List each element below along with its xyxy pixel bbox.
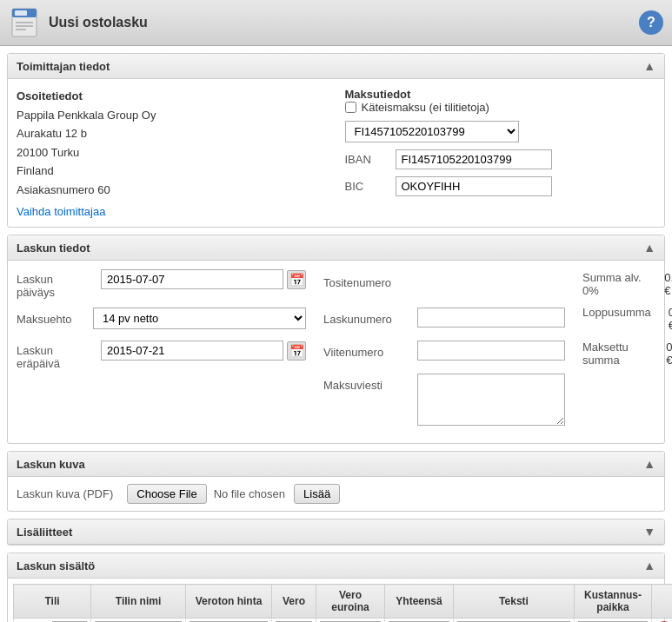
col-tilinnimi-header: Tilin nimi <box>91 585 186 619</box>
attachments-collapse-icon[interactable]: ▼ <box>643 525 655 539</box>
change-supplier-link[interactable]: Vaihda toimittajaa <box>17 205 105 218</box>
ref-num-label: Viitenumero <box>323 341 410 365</box>
address-line3: Finland <box>17 162 328 180</box>
invoice-num-label: Laskunumero <box>323 308 410 332</box>
supplier-section: Toimittajan tiedot ▲ Osoitetiedot Pappil… <box>7 53 665 228</box>
invoice-image-title: Laskun kuva <box>17 458 85 471</box>
sum-value: 0,00 € <box>664 271 672 297</box>
cash-payment-checkbox[interactable] <box>345 102 356 113</box>
invoice-details-collapse-icon[interactable]: ▲ <box>643 241 655 255</box>
invoice-image-header: Laskun kuva ▲ <box>8 452 664 477</box>
content-section: Laskun sisältö ▲ Tili Tilin nimi Veroton… <box>7 553 665 622</box>
ref-num-input[interactable] <box>417 341 565 361</box>
col-vero-header: Vero <box>272 585 316 619</box>
attachments-header: Lisäliitteet ▼ <box>8 519 664 545</box>
final-value: 0,00 € <box>669 306 672 332</box>
image-collapse-icon[interactable]: ▲ <box>643 457 655 471</box>
add-file-button[interactable]: Lisää <box>294 484 340 504</box>
cash-label: Käteismaksu (ei tilitietoja) <box>362 101 489 114</box>
company-name: Pappila Penkkala Group Oy <box>17 107 328 124</box>
bic-label: BIC <box>345 180 389 193</box>
due-calendar-icon[interactable]: 📅 <box>287 341 306 361</box>
paid-label: Maksettu summa <box>582 341 649 367</box>
file-upload-row: Laskun kuva (PDF) Choose File No file ch… <box>8 477 664 511</box>
col-del-header <box>652 585 673 619</box>
page-header: Uusi ostolasku ? <box>0 0 672 46</box>
memo-label: Maksuviesti <box>323 374 410 398</box>
svg-rect-5 <box>15 10 27 16</box>
paid-value: 0,00 € <box>666 341 672 367</box>
table-row: 🔍 ✏ <box>14 619 673 623</box>
col-tili-header: Tili <box>14 585 91 619</box>
no-file-text: No file chosen <box>214 487 285 500</box>
invoice-details-title: Laskun tiedot <box>17 242 90 255</box>
col-yht-header: Yhteensä <box>385 585 454 619</box>
payment-label: Maksutiedot <box>345 88 411 101</box>
memo-textarea[interactable] <box>417 374 565 426</box>
invoice-details-header: Laskun tiedot ▲ <box>8 235 664 261</box>
content-title: Laskun sisältö <box>17 559 95 572</box>
customer-number: Asiakasnumero 60 <box>17 182 328 199</box>
content-collapse-icon[interactable]: ▲ <box>643 559 655 572</box>
file-label: Laskun kuva (PDF) <box>17 487 113 500</box>
terms-label: Maksuehto <box>17 308 86 332</box>
payment-terms-select[interactable]: 14 pv netto <box>93 308 306 329</box>
due-date-input[interactable] <box>101 341 283 361</box>
date-calendar-icon[interactable]: 📅 <box>287 270 306 289</box>
address-line2: 20100 Turku <box>17 144 328 162</box>
invoice-image-section: Laskun kuva ▲ Laskun kuva (PDF) Choose F… <box>7 451 665 512</box>
attachments-section: Lisäliitteet ▼ <box>7 519 665 546</box>
col-kust-header: Kustannus-paikka <box>575 585 652 619</box>
due-label: Laskun eräpäivä <box>17 341 94 370</box>
col-veroton-header: Veroton hinta <box>186 585 272 619</box>
content-table: Tili Tilin nimi Veroton hinta Vero Vero … <box>13 584 672 622</box>
supplier-collapse-icon[interactable]: ▲ <box>643 59 655 73</box>
invoice-date-input[interactable] <box>101 269 283 289</box>
attachments-title: Lisäliitteet <box>17 526 72 539</box>
iban-input[interactable] <box>396 149 552 169</box>
invoice-details-section: Laskun tiedot ▲ Laskun päiväys 📅 <box>7 235 665 444</box>
bic-input[interactable] <box>396 176 552 196</box>
col-veroeur-header: Vero euroina <box>316 585 385 619</box>
address-line1: Aurakatu 12 b <box>17 125 328 142</box>
supplier-section-title: Toimittajan tiedot <box>17 60 110 73</box>
page-title: Uusi ostolasku <box>49 15 148 30</box>
iban-label: IBAN <box>345 153 389 166</box>
final-label: Loppusumma <box>582 306 651 332</box>
invoice-num-input[interactable] <box>417 308 565 328</box>
doc-num-label: Tositenumero <box>323 271 410 295</box>
invoice-icon <box>9 7 40 38</box>
bank-account-select[interactable]: FI1457105220103799 <box>345 121 519 142</box>
sum-label: Summa alv. 0% <box>582 271 647 297</box>
col-teksti-header: Teksti <box>454 585 575 619</box>
address-label: Osoitetiedot <box>17 89 83 103</box>
help-icon[interactable]: ? <box>639 10 663 35</box>
supplier-section-header: Toimittajan tiedot ▲ <box>8 54 664 79</box>
choose-file-button[interactable]: Choose File <box>127 484 206 504</box>
date-label: Laskun päiväys <box>17 269 94 299</box>
content-header: Laskun sisältö ▲ <box>8 553 664 579</box>
